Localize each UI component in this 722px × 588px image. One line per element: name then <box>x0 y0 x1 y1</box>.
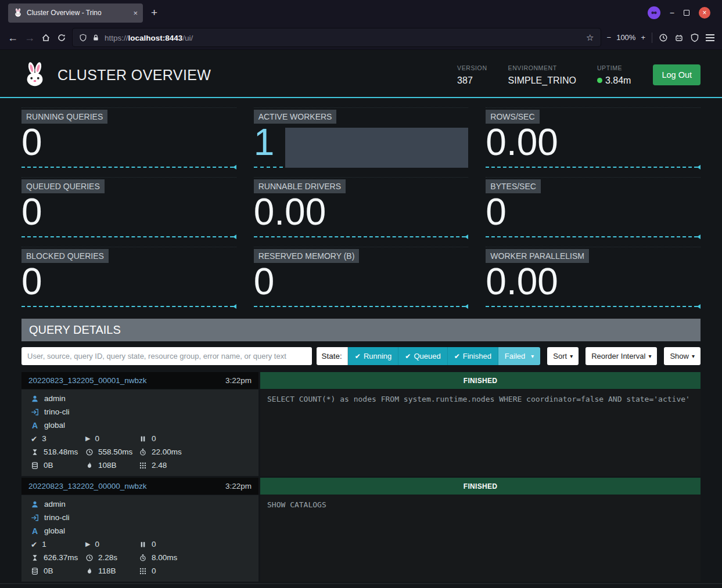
environment-value: SIMPLE_TRINO <box>508 75 576 86</box>
query-id-cell: 20220823_132205_00001_nwbzk 3:22pm <box>21 372 258 389</box>
extension-badge-icon[interactable] <box>648 6 660 19</box>
parallelism-icon <box>139 567 147 575</box>
query-id-link[interactable]: 20220823_132205_00001_nwbzk <box>28 376 146 385</box>
window-minimize-button[interactable]: − <box>670 8 674 17</box>
queued-splits-icon <box>139 435 147 443</box>
sparkline <box>486 167 698 168</box>
total-time: 558.50ms <box>98 448 132 456</box>
uptime-value: 3.84m <box>605 75 631 86</box>
sort-dropdown[interactable]: Sort ▾ <box>547 347 579 365</box>
menu-hamburger-icon[interactable] <box>706 33 714 43</box>
memory-value: 0B <box>44 567 53 575</box>
window-close-button[interactable]: × <box>699 7 710 19</box>
query-row: 20220823_132205_00001_nwbzk 3:22pm FINIS… <box>21 372 701 476</box>
query-filter-input[interactable] <box>21 347 312 365</box>
browser-tab[interactable]: Cluster Overview - Trino × <box>8 3 143 23</box>
back-icon[interactable]: ← <box>8 33 18 43</box>
metric-rows-per-sec: ROWS/SEC 0.00 <box>486 107 701 171</box>
wall-time-icon <box>31 448 39 456</box>
navigation-bar: ← → https://localhost:8443/ui/ ☆ − 100% … <box>0 26 722 50</box>
wall-time: 518.48ms <box>44 448 78 456</box>
query-text: SHOW CATALOGS <box>260 495 701 582</box>
state-failed-label: Failed <box>505 352 525 360</box>
metric-value: 0.00 <box>486 124 701 161</box>
queued-splits: 0 <box>152 540 156 549</box>
query-status-badge: FINISHED <box>260 372 701 389</box>
cumulative-memory-icon <box>85 461 94 470</box>
url-bar[interactable]: https://localhost:8443/ui/ ☆ <box>73 28 601 46</box>
chevron-down-icon: ▾ <box>570 353 573 359</box>
new-tab-button[interactable]: + <box>151 6 157 19</box>
check-icon: ✔ <box>454 352 460 360</box>
url-path: /ui/ <box>182 34 193 42</box>
history-clock-icon[interactable] <box>659 33 668 42</box>
reload-icon[interactable] <box>57 33 66 42</box>
metric-value: 1 <box>254 124 469 161</box>
environment-label: ENVIRONMENT <box>508 64 576 71</box>
wall-time-icon <box>31 554 39 562</box>
zoom-out-button[interactable]: − <box>607 33 612 42</box>
extensions-icon[interactable] <box>674 33 684 42</box>
query-details-section: QUERY DETAILS State: ✔ Running ✔ Queued … <box>21 319 701 365</box>
zoom-level[interactable]: 100% <box>616 33 635 42</box>
metric-label: ACTIVE WORKERS <box>254 110 337 124</box>
total-time-icon <box>85 448 94 456</box>
zoom-in-button[interactable]: + <box>641 33 645 42</box>
cumulative-memory-icon <box>85 567 94 575</box>
completed-splits: 3 <box>42 434 46 443</box>
cpu-time-icon <box>139 448 147 456</box>
parallelism-value: 0 <box>152 567 156 575</box>
version-value: 387 <box>457 75 487 86</box>
cumulative-memory: 118B <box>98 567 116 575</box>
query-source: trino-cli <box>44 407 70 416</box>
query-filter-bar: State: ✔ Running ✔ Queued ✔ Finished Fai… <box>21 347 701 365</box>
bookmark-star-icon[interactable]: ☆ <box>586 33 594 43</box>
metric-label: RESERVED MEMORY (B) <box>254 249 360 263</box>
show-dropdown[interactable]: Show ▾ <box>664 347 701 365</box>
lock-icon[interactable] <box>92 34 100 42</box>
parallelism-value: 2.48 <box>152 461 167 470</box>
zoom-controls: − 100% + <box>607 33 645 42</box>
metric-queued-queries: QUEUED QUERIES 0 <box>21 177 236 241</box>
metric-label: BLOCKED QUERIES <box>21 249 109 263</box>
query-id-link[interactable]: 20220823_132202_00000_nwbzk <box>28 482 146 490</box>
query-status-badge: FINISHED <box>260 478 701 495</box>
total-time: 2.28s <box>98 553 117 562</box>
tracking-shield-icon[interactable] <box>79 34 87 42</box>
state-filter-running[interactable]: ✔ Running <box>348 347 398 365</box>
forward-icon[interactable]: → <box>24 33 35 43</box>
window-controls: − × <box>648 6 717 19</box>
state-filter-finished[interactable]: ✔ Finished <box>447 347 498 365</box>
page-title: CLUSTER OVERVIEW <box>58 67 211 84</box>
query-id-cell: 20220823_132202_00000_nwbzk 3:22pm <box>21 478 258 495</box>
running-splits-icon: ▶ <box>85 540 90 548</box>
metric-label: ROWS/SEC <box>486 110 539 124</box>
tab-close-icon[interactable]: × <box>133 9 138 17</box>
state-filter-failed-dropdown[interactable]: Failed ▾ <box>498 347 540 365</box>
running-splits: 0 <box>95 434 99 443</box>
metric-value: 0 <box>21 263 236 301</box>
metric-value: 0.00 <box>486 263 701 301</box>
query-resource-group: global <box>44 526 65 535</box>
sparkline <box>254 167 283 168</box>
state-running-label: Running <box>364 352 391 360</box>
home-icon[interactable] <box>41 33 51 42</box>
logout-button[interactable]: Log Out <box>653 64 701 85</box>
cluster-stats: VERSION 387 ENVIRONMENT SIMPLE_TRINO UPT… <box>457 64 631 86</box>
user-icon <box>31 500 39 508</box>
completed-splits-icon: ✔ <box>31 540 37 549</box>
privacy-shield-icon[interactable] <box>690 33 699 42</box>
state-filter-queued[interactable]: ✔ Queued <box>398 347 447 365</box>
metric-label: BYTES/SEC <box>486 179 541 193</box>
url-host: localhost:8443 <box>128 34 183 42</box>
metric-bytes-per-sec: BYTES/SEC 0 <box>486 177 701 241</box>
completed-splits: 1 <box>42 540 46 549</box>
tab-bar: Cluster Overview - Trino × + − × <box>0 0 722 26</box>
window-maximize-button[interactable] <box>684 10 689 16</box>
source-icon <box>31 408 39 416</box>
state-finished-label: Finished <box>463 352 491 360</box>
reorder-interval-dropdown[interactable]: Reorder Interval ▾ <box>585 347 657 365</box>
total-time-icon <box>85 554 94 562</box>
check-icon: ✔ <box>355 352 361 360</box>
metric-reserved-memory: RESERVED MEMORY (B) 0 <box>254 247 469 311</box>
